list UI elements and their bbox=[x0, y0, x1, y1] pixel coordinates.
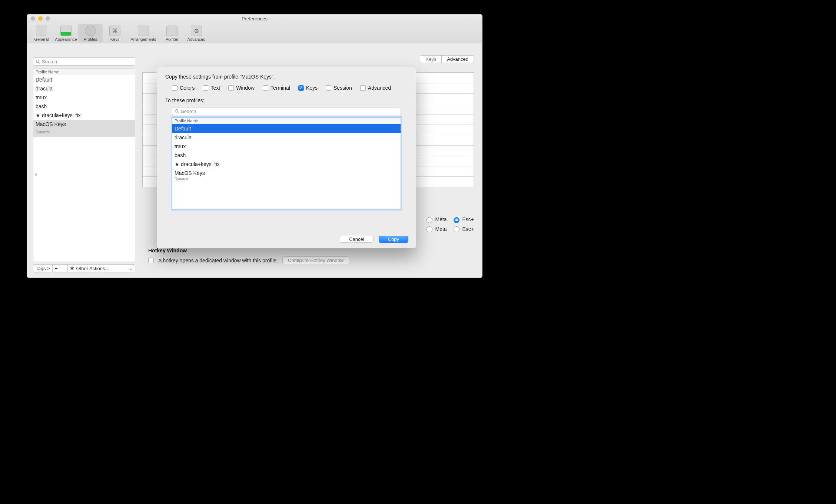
profile-row[interactable]: dracula bbox=[33, 84, 135, 93]
target-profiles-search[interactable]: Search bbox=[172, 107, 401, 115]
checkbox-icon bbox=[203, 85, 208, 91]
checkbox-session[interactable]: Session bbox=[326, 85, 352, 91]
toolbar-item-profiles[interactable]: Profiles bbox=[78, 24, 103, 42]
tab-advanced[interactable]: Advanced bbox=[441, 56, 474, 63]
profiles-sidebar: Search Profile Name Defaultdraculatmuxba… bbox=[31, 56, 137, 273]
search-placeholder: Search bbox=[181, 109, 196, 114]
profile-row[interactable]: bash bbox=[33, 102, 135, 111]
radio-icon bbox=[427, 217, 432, 223]
modifier-option-meta[interactable]: Meta bbox=[427, 226, 447, 232]
checkbox-keys[interactable]: Keys bbox=[298, 85, 318, 91]
general-icon bbox=[36, 26, 47, 36]
remove-profile-button[interactable]: – bbox=[60, 264, 67, 272]
search-placeholder: Search bbox=[42, 59, 57, 64]
hotkey-label: A hotkey opens a dedicated window with t… bbox=[158, 258, 278, 263]
tab-keys[interactable]: Keys bbox=[420, 56, 441, 63]
toolbar-label: Advanced bbox=[188, 37, 206, 42]
search-icon bbox=[36, 59, 40, 64]
modifier-option-meta[interactable]: Meta bbox=[427, 216, 447, 223]
other-actions-menu[interactable]: ✱ Other Actions... ⌄ bbox=[68, 264, 136, 272]
profiles-list[interactable]: Profile Name Defaultdraculatmuxbash★ dra… bbox=[33, 69, 135, 262]
checkbox-icon bbox=[298, 85, 304, 91]
profiles-search[interactable]: Search bbox=[33, 57, 135, 66]
profiles-footer: Tags > + – ✱ Other Actions... ⌄ bbox=[33, 264, 135, 272]
target-profile-row[interactable]: bash bbox=[172, 151, 401, 160]
zoom-icon[interactable] bbox=[46, 16, 50, 21]
toolbar-label: Keys bbox=[110, 37, 119, 42]
copy-button[interactable]: Copy bbox=[379, 236, 408, 243]
advanced-icon: ⚙ bbox=[191, 26, 202, 36]
toolbar: GeneralAppearanceProfiles⌘KeysArrangemen… bbox=[27, 23, 482, 43]
checkbox-text[interactable]: Text bbox=[203, 85, 220, 91]
checkbox-colors[interactable]: Colors bbox=[172, 85, 195, 91]
gear-icon: ✱ bbox=[70, 266, 74, 271]
target-profile-row[interactable]: MacOS Keys bbox=[172, 169, 401, 178]
target-profile-row[interactable]: dracula bbox=[172, 133, 401, 142]
checkbox-icon bbox=[263, 85, 268, 91]
pointer-icon bbox=[166, 26, 178, 36]
copy-settings-sheet: Copy these settings from profile “MacOS … bbox=[157, 67, 416, 248]
close-icon[interactable] bbox=[31, 16, 35, 21]
radio-icon bbox=[454, 226, 460, 232]
toolbar-label: Appearance bbox=[55, 37, 77, 42]
profiles-icon bbox=[85, 26, 96, 36]
configure-hotkey-button[interactable]: Configure Hotkey Window bbox=[282, 256, 349, 264]
modifier-option-esc[interactable]: Esc+ bbox=[454, 216, 474, 223]
search-icon bbox=[175, 109, 179, 114]
hotkey-heading: Hotkey Window bbox=[148, 248, 474, 253]
sheet-title: Copy these settings from profile “MacOS … bbox=[165, 74, 408, 80]
modifier-option-esc[interactable]: Esc+ bbox=[454, 226, 474, 232]
checkbox-window[interactable]: Window bbox=[228, 85, 255, 91]
cancel-button[interactable]: Cancel bbox=[340, 236, 373, 243]
profile-row[interactable]: Default bbox=[33, 75, 135, 84]
settings-checkboxes: ColorsTextWindowTerminalKeysSessionAdvan… bbox=[172, 85, 408, 91]
checkbox-terminal[interactable]: Terminal bbox=[263, 85, 290, 91]
keys-icon: ⌘ bbox=[109, 26, 120, 36]
checkbox-advanced[interactable]: Advanced bbox=[360, 85, 391, 91]
minimize-icon[interactable] bbox=[38, 16, 43, 21]
modifier-row: Meta Esc+ bbox=[427, 226, 474, 232]
checkbox-icon bbox=[360, 85, 366, 91]
titlebar: Preferences bbox=[27, 14, 482, 23]
toolbar-item-advanced[interactable]: ⚙Advanced bbox=[184, 24, 209, 42]
profile-row-subtitle: Dynamic bbox=[33, 128, 135, 137]
profiles-list-header: Profile Name bbox=[33, 69, 135, 75]
hotkey-section: Hotkey Window A hotkey opens a dedicated… bbox=[148, 248, 474, 264]
target-profile-row[interactable]: ★ dracula+keys_fix bbox=[172, 160, 401, 169]
radio-icon bbox=[454, 217, 460, 223]
svg-point-2 bbox=[175, 109, 178, 112]
preferences-window: Preferences GeneralAppearanceProfiles⌘Ke… bbox=[27, 14, 482, 278]
arrangements-icon bbox=[138, 26, 149, 36]
svg-line-3 bbox=[178, 112, 179, 113]
profile-row[interactable]: tmux bbox=[33, 93, 135, 102]
toolbar-item-keys[interactable]: ⌘Keys bbox=[103, 24, 127, 42]
toolbar-item-pointer[interactable]: Pointer bbox=[160, 24, 184, 42]
target-profile-row[interactable]: Default bbox=[172, 124, 401, 133]
target-profile-row[interactable]: tmux bbox=[172, 142, 401, 151]
modifier-options: Meta Esc+ Meta Esc+ bbox=[427, 216, 474, 232]
toolbar-item-appearance[interactable]: Appearance bbox=[54, 24, 78, 42]
toolbar-label: Profiles bbox=[84, 37, 97, 42]
toolbar-label: Pointer bbox=[166, 37, 179, 42]
svg-point-0 bbox=[36, 60, 39, 62]
toolbar-label: Arrangements bbox=[130, 37, 156, 42]
window-title: Preferences bbox=[242, 16, 268, 21]
profile-row[interactable]: MacOS Keys bbox=[33, 120, 135, 129]
toolbar-item-general[interactable]: General bbox=[29, 24, 54, 42]
toolbar-item-arrangements[interactable]: Arrangements bbox=[127, 24, 160, 42]
checkbox-icon bbox=[326, 85, 331, 91]
profile-row[interactable]: ★ dracula+keys_fix bbox=[33, 111, 135, 120]
hotkey-checkbox[interactable] bbox=[148, 258, 154, 263]
radio-icon bbox=[427, 226, 432, 232]
target-profile-subtitle: Dynamic bbox=[172, 177, 401, 181]
sidebar-resize-handle[interactable] bbox=[35, 173, 37, 176]
target-profiles-list[interactable]: Profile Name Defaultdraculatmuxbash★ dra… bbox=[172, 117, 401, 209]
to-profiles-label: To these profiles: bbox=[165, 97, 408, 103]
svg-line-1 bbox=[39, 62, 40, 63]
toolbar-label: General bbox=[34, 37, 49, 42]
add-profile-button[interactable]: + bbox=[53, 264, 60, 272]
chevron-down-icon: ⌄ bbox=[129, 266, 133, 271]
target-list-header: Profile Name bbox=[172, 118, 401, 124]
detail-tabs: Keys Advanced bbox=[420, 55, 474, 63]
tags-button[interactable]: Tags > bbox=[33, 264, 53, 272]
